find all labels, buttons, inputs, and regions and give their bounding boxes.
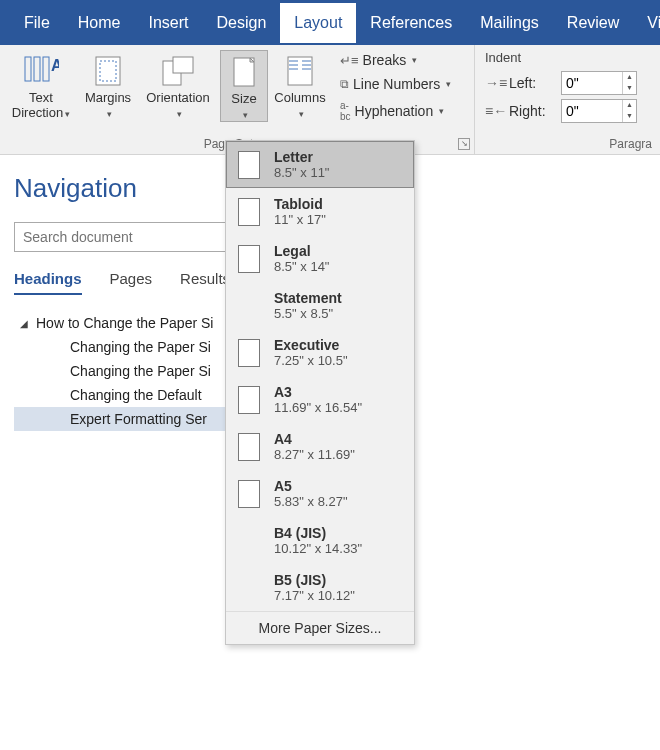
breaks-button[interactable]: ↵≡ Breaks ▾ <box>336 50 455 70</box>
size-option-name: Letter <box>274 149 330 165</box>
chevron-down-icon: ▾ <box>175 109 182 119</box>
indent-left-row: →≡ Left: ▲▼ <box>481 69 654 97</box>
chevron-down-icon: ▾ <box>444 79 451 89</box>
chevron-down-icon: ▾ <box>297 109 304 119</box>
page-swatch-icon <box>238 198 260 226</box>
indent-left-label: Left: <box>509 75 555 91</box>
spin-up[interactable]: ▲ <box>623 72 636 83</box>
page-setup-dialog-launcher[interactable]: ↘ <box>458 138 470 150</box>
svg-rect-2 <box>43 57 49 81</box>
size-option-dims: 7.17" x 10.12" <box>274 588 355 603</box>
tab-view[interactable]: View <box>633 3 660 43</box>
size-option-a4[interactable]: A48.27" x 11.69" <box>226 423 414 470</box>
page-swatch-icon <box>238 245 260 273</box>
columns-label: Columns <box>274 90 325 105</box>
group-page-setup: A Text Direction▾ Margins ▾ Orientation … <box>0 45 475 154</box>
hyphenation-label: Hyphenation <box>355 103 434 119</box>
tab-review[interactable]: Review <box>553 3 633 43</box>
orientation-label: Orientation <box>146 90 210 105</box>
size-option-dims: 5.5" x 8.5" <box>274 306 342 321</box>
size-option-dims: 11" x 17" <box>274 212 326 227</box>
columns-button[interactable]: Columns ▾ <box>272 50 328 120</box>
chevron-down-icon: ▾ <box>410 55 417 65</box>
hyphenation-icon: a-bc <box>340 100 351 122</box>
outline-item-label: Changing the Default <box>70 387 202 403</box>
tab-references[interactable]: References <box>356 3 466 43</box>
indent-left-input[interactable]: ▲▼ <box>561 71 637 95</box>
indent-left-icon: →≡ <box>485 75 503 91</box>
margins-button[interactable]: Margins ▾ <box>80 50 136 120</box>
line-numbers-label: Line Numbers <box>353 76 440 92</box>
size-button[interactable]: Size ▾ <box>220 50 268 122</box>
size-option-dims: 8.27" x 11.69" <box>274 447 355 462</box>
tab-insert[interactable]: Insert <box>134 3 202 43</box>
tab-home[interactable]: Home <box>64 3 135 43</box>
ribbon: A Text Direction▾ Margins ▾ Orientation … <box>0 45 660 155</box>
outline-item-label: Changing the Paper Si <box>70 339 211 355</box>
svg-rect-7 <box>173 57 193 73</box>
spin-down[interactable]: ▼ <box>623 83 636 94</box>
size-option-name: A5 <box>274 478 348 494</box>
size-option-executive[interactable]: Executive7.25" x 10.5" <box>226 329 414 376</box>
page-swatch-icon <box>238 339 260 367</box>
size-option-b4-jis-[interactable]: B4 (JIS)10.12" x 14.33" <box>226 517 414 564</box>
indent-left-field[interactable] <box>562 72 622 94</box>
indent-right-input[interactable]: ▲▼ <box>561 99 637 123</box>
tab-layout[interactable]: Layout <box>280 3 356 43</box>
hyphenation-button[interactable]: a-bc Hyphenation ▾ <box>336 98 455 124</box>
size-option-name: Tabloid <box>274 196 326 212</box>
size-option-tabloid[interactable]: Tabloid11" x 17" <box>226 188 414 235</box>
size-option-name: Executive <box>274 337 348 353</box>
spin-down[interactable]: ▼ <box>623 111 636 122</box>
text-direction-icon: A <box>6 52 76 90</box>
spin-up[interactable]: ▲ <box>623 100 636 111</box>
collapse-icon[interactable]: ◢ <box>20 318 32 329</box>
menu-bar: FileHomeInsertDesignLayoutReferencesMail… <box>0 0 660 45</box>
svg-rect-1 <box>34 57 40 81</box>
text-direction-button[interactable]: A Text Direction▾ <box>6 50 76 120</box>
line-numbers-button[interactable]: ⧉ Line Numbers ▾ <box>336 74 455 94</box>
size-option-a5[interactable]: A55.83" x 8.27" <box>226 470 414 517</box>
size-option-dims: 8.5" x 11" <box>274 165 330 180</box>
tab-mailings[interactable]: Mailings <box>466 3 553 43</box>
orientation-icon <box>140 52 216 90</box>
more-paper-sizes[interactable]: More Paper Sizes... <box>226 611 414 644</box>
size-label: Size <box>231 91 256 106</box>
size-option-a3[interactable]: A311.69" x 16.54" <box>226 376 414 423</box>
nav-tab-results[interactable]: Results <box>180 270 230 295</box>
size-dropdown: Letter8.5" x 11"Tabloid11" x 17"Legal8.5… <box>225 140 415 645</box>
size-option-b5-jis-[interactable]: B5 (JIS)7.17" x 10.12" <box>226 564 414 611</box>
indent-right-row: ≡← Right: ▲▼ <box>481 97 654 125</box>
chevron-down-icon: ▾ <box>63 109 70 119</box>
tab-file[interactable]: File <box>10 3 64 43</box>
size-option-name: B5 (JIS) <box>274 572 355 588</box>
size-option-letter[interactable]: Letter8.5" x 11" <box>226 141 414 188</box>
page-setup-stack: ↵≡ Breaks ▾ ⧉ Line Numbers ▾ a-bc Hyphen… <box>336 50 455 124</box>
size-option-name: A4 <box>274 431 355 447</box>
orientation-button[interactable]: Orientation ▾ <box>140 50 216 120</box>
size-option-dims: 8.5" x 14" <box>274 259 330 274</box>
size-option-legal[interactable]: Legal8.5" x 14" <box>226 235 414 282</box>
page-swatch-icon <box>238 574 260 602</box>
size-option-dims: 10.12" x 14.33" <box>274 541 362 556</box>
margins-label: Margins <box>85 90 131 105</box>
indent-title: Indent <box>481 50 654 65</box>
size-option-dims: 11.69" x 16.54" <box>274 400 362 415</box>
page-swatch-icon <box>238 292 260 320</box>
breaks-label: Breaks <box>363 52 407 68</box>
nav-tab-pages[interactable]: Pages <box>110 270 153 295</box>
nav-tab-headings[interactable]: Headings <box>14 270 82 295</box>
size-option-name: Legal <box>274 243 330 259</box>
group-paragraph: Indent →≡ Left: ▲▼ ≡← Right: ▲▼ Paragra <box>475 45 660 154</box>
outline-item-label: Changing the Paper Si <box>70 363 211 379</box>
breaks-icon: ↵≡ <box>340 53 359 68</box>
svg-text:A: A <box>51 57 59 74</box>
tab-design[interactable]: Design <box>202 3 280 43</box>
indent-right-field[interactable] <box>562 100 622 122</box>
page-swatch-icon <box>238 480 260 508</box>
size-option-name: Statement <box>274 290 342 306</box>
margins-icon <box>80 52 136 90</box>
size-option-statement[interactable]: Statement5.5" x 8.5" <box>226 282 414 329</box>
size-option-dims: 7.25" x 10.5" <box>274 353 348 368</box>
chevron-down-icon: ▾ <box>105 109 112 119</box>
